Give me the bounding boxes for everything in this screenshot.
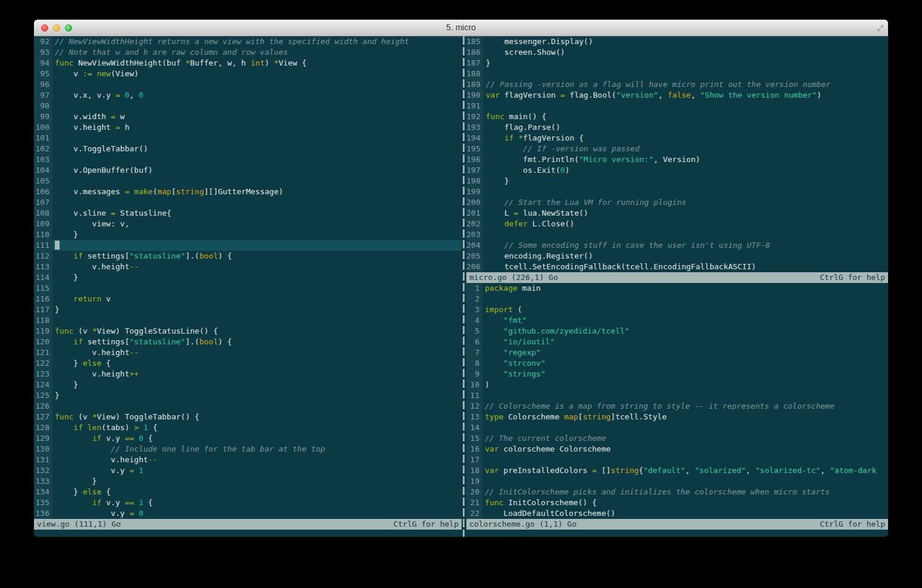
code-text <box>52 101 462 111</box>
code-line: 135 if v.y == 1 { <box>34 497 462 508</box>
code-text <box>483 69 888 79</box>
status-help-view-go: CtrlG for help <box>393 519 459 530</box>
pane-colorscheme-go: 1package main23import (4 "fmt"5 "github.… <box>466 283 888 530</box>
line-number: 128 <box>34 422 52 433</box>
line-number: 117 <box>34 304 52 315</box>
code-line: 125} <box>34 390 462 401</box>
code-text: // InitColorscheme picks and initializes… <box>482 487 888 497</box>
line-number: 186 <box>466 47 483 58</box>
code-line: 114 } <box>34 272 462 283</box>
line-number: 196 <box>466 154 483 165</box>
code-text: // If -version was passed <box>483 144 888 154</box>
line-number: 94 <box>34 58 52 69</box>
code-text: func (v *View) ToggleStatusLine() { <box>52 326 462 337</box>
code-text <box>483 186 888 197</box>
code-text: view: v, <box>52 219 462 229</box>
line-number: 191 <box>466 101 483 111</box>
code-line: 4 "fmt" <box>466 315 888 326</box>
line-number: 122 <box>34 358 52 369</box>
code-text: func main() { <box>483 111 888 122</box>
code-text: } <box>483 176 888 186</box>
line-number: 187 <box>466 58 483 69</box>
line-number: 108 <box>34 208 52 219</box>
code-text: if settings["statusline"].(bool) { <box>52 337 462 347</box>
window-titlebar[interactable]: 5. micro ⤢ <box>34 20 888 36</box>
line-number: 118 <box>34 315 52 326</box>
code-text <box>482 422 888 433</box>
code-line: 185 messenger.Display() <box>466 36 888 47</box>
code-text: if v.y == 1 { <box>52 497 462 508</box>
line-number: 204 <box>466 240 483 251</box>
code-line: 14 <box>466 422 888 433</box>
code-line: 102 v.ToggleTabbar() <box>34 144 462 154</box>
terminal-window: 5. micro ⤢ 92// NewViewWidthHeight retur… <box>34 20 888 537</box>
code-text <box>483 101 888 111</box>
code-line: 92// NewViewWidthHeight returns a new vi… <box>34 36 462 47</box>
code-line: 119func (v *View) ToggleStatusLine() { <box>34 326 462 337</box>
code-line: 106 v.messages = make(map[string][]Gutte… <box>34 186 462 197</box>
pane-divider <box>462 36 466 537</box>
code-line: 199 <box>466 186 888 197</box>
code-text <box>482 390 888 401</box>
line-number: 98 <box>34 101 52 111</box>
code-text: return v <box>52 294 462 304</box>
code-line: 111 <box>34 240 462 251</box>
code-text: } <box>52 272 462 283</box>
code-text: v.height-- <box>52 455 462 465</box>
code-line: 121 v.height-- <box>34 347 462 358</box>
line-number: 9 <box>466 369 482 379</box>
code-text: "github.com/zyedidia/tcell" <box>482 326 888 337</box>
code-line: 195 // If -version was passed <box>466 144 888 154</box>
line-number: 14 <box>466 422 482 433</box>
line-number: 113 <box>34 262 52 272</box>
line-number: 124 <box>34 379 52 390</box>
code-line: 186 screen.Show() <box>466 47 888 58</box>
code-line: 128 if len(tabs) > 1 { <box>34 422 462 433</box>
line-number: 105 <box>34 176 52 186</box>
code-text: ) <box>482 379 888 390</box>
line-number: 120 <box>34 337 52 347</box>
line-number: 15 <box>466 433 482 444</box>
line-number: 189 <box>466 79 483 90</box>
code-line: 115 <box>34 283 462 294</box>
code-line: 20// InitColorscheme picks and initializ… <box>466 487 888 497</box>
code-text: // Passing -version as a flag will have … <box>483 79 888 90</box>
code-line: 97 v.x, v.y = 0, 0 <box>34 90 462 101</box>
line-number: 101 <box>34 133 52 144</box>
resize-icon[interactable]: ⤢ <box>877 23 883 33</box>
statusbar-view-go: view.go (111,1) Go CtrlG for help <box>34 519 462 530</box>
code-line: 127func (v *View) ToggleTabbar() { <box>34 412 462 422</box>
code-line: 201 L = lua.NewState() <box>466 208 888 219</box>
code-text: // Include one line for the tab bar at t… <box>52 444 462 455</box>
code-text: tcell.SetEncodingFallback(tcell.Encoding… <box>483 262 888 272</box>
line-number: 97 <box>34 90 52 101</box>
line-number: 114 <box>34 272 52 283</box>
line-number: 110 <box>34 229 52 240</box>
code-text: if len(tabs) > 1 { <box>52 422 462 433</box>
code-text: // NewViewWidthHeight returns a new view… <box>52 36 462 47</box>
code-area-view-go[interactable]: 92// NewViewWidthHeight returns a new vi… <box>34 36 462 519</box>
line-number: 16 <box>466 444 482 455</box>
code-text: // Colorscheme is a map from string to s… <box>482 401 888 412</box>
code-text <box>52 79 462 90</box>
code-line: 100 v.height = h <box>34 122 462 133</box>
code-area-colorscheme-go[interactable]: 1package main23import (4 "fmt"5 "github.… <box>466 283 888 519</box>
line-number: 132 <box>34 465 52 476</box>
code-area-micro-go[interactable]: 185 messenger.Display()186 screen.Show()… <box>466 36 888 272</box>
code-text: v.height++ <box>52 369 462 379</box>
code-line: 6 "io/ioutil" <box>466 337 888 347</box>
code-text: } <box>52 390 462 401</box>
line-number: 17 <box>466 455 482 465</box>
line-number: 99 <box>34 111 52 122</box>
code-text <box>482 455 888 465</box>
code-text: os.Exit(0) <box>483 165 888 176</box>
code-line: 9 "strings" <box>466 369 888 379</box>
code-text <box>52 401 462 412</box>
code-line: 193 flag.Parse() <box>466 122 888 133</box>
code-text: v.height-- <box>52 262 462 272</box>
code-line: 136 v.y = 0 <box>34 508 462 519</box>
code-line: 189// Passing -version as a flag will ha… <box>466 79 888 90</box>
terminal-content: 92// NewViewWidthHeight returns a new vi… <box>34 36 888 537</box>
code-text: type Colorscheme map[string]tcell.Style <box>482 412 888 422</box>
code-text: v.messages = make(map[string][]GutterMes… <box>52 186 462 197</box>
